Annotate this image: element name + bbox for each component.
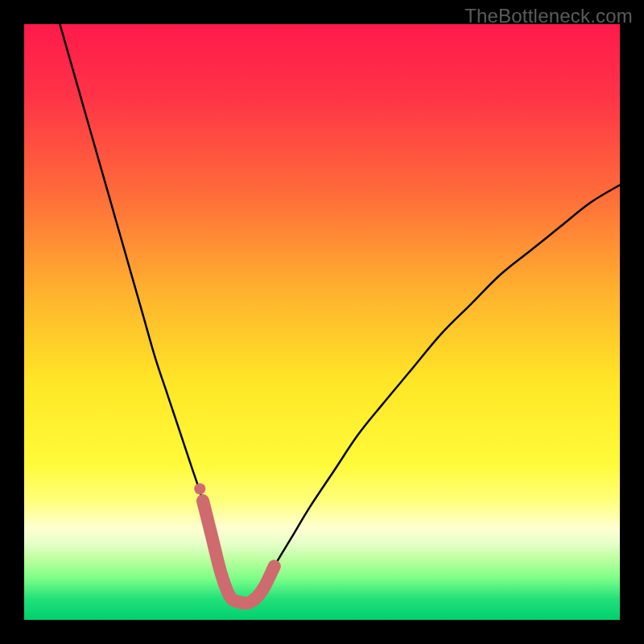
- plot-area: [24, 24, 620, 620]
- bottleneck-curve: [60, 24, 620, 603]
- highlight-valley: [203, 501, 275, 603]
- curve-layer: [24, 24, 620, 620]
- highlight-dot: [194, 483, 205, 494]
- outer-frame: TheBottleneck.com: [0, 0, 644, 644]
